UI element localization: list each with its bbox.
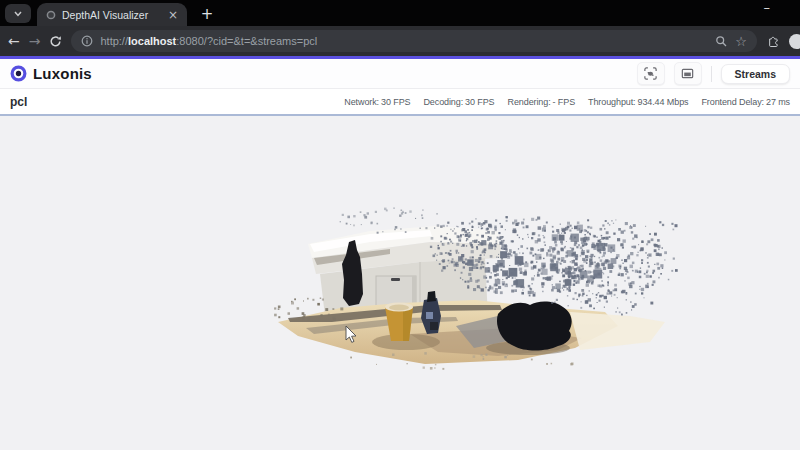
tab-title: DepthAI Visualizer bbox=[62, 9, 162, 21]
back-icon[interactable]: ← bbox=[8, 34, 20, 48]
pointcloud-viewport[interactable] bbox=[0, 116, 800, 450]
stream-stats-bar: pcl Network:30 FPS Decoding:30 FPS Rende… bbox=[0, 89, 800, 114]
tab-strip: DepthAI Visualizer × + – bbox=[0, 0, 800, 26]
focus-view-button[interactable] bbox=[637, 62, 665, 85]
toy-highlight bbox=[426, 312, 433, 319]
cabinet-handle bbox=[391, 278, 400, 281]
app-header: Luxonis bbox=[0, 59, 800, 89]
address-bar[interactable]: http://localhost:8080/?cid=&t=&streams=p… bbox=[71, 30, 757, 52]
focus-scan-icon bbox=[643, 66, 658, 81]
stat-network: Network:30 FPS bbox=[344, 97, 410, 107]
tab-search-button[interactable] bbox=[5, 4, 31, 23]
floor-pale-right bbox=[570, 312, 665, 350]
stat-decoding: Decoding:30 FPS bbox=[423, 97, 494, 107]
stream-name: pcl bbox=[10, 95, 27, 109]
toy-head bbox=[427, 291, 436, 302]
reload-icon[interactable] bbox=[49, 35, 62, 48]
tab-favicon bbox=[46, 10, 56, 20]
pointcloud-scene[interactable] bbox=[270, 200, 690, 375]
forward-icon[interactable]: → bbox=[29, 34, 41, 48]
stat-frontend-delay: Frontend Delay:27 ms bbox=[701, 97, 790, 107]
stat-throughput: Throughput:934.44 Mbps bbox=[588, 97, 688, 107]
url-scheme: http:// bbox=[100, 35, 128, 47]
stat-rendering: Rendering:- FPS bbox=[508, 97, 576, 107]
browser-toolbar: ← → http://localhost:8080/?cid=&t=&strea… bbox=[0, 26, 800, 56]
luxonis-logo-icon bbox=[10, 65, 27, 82]
header-divider bbox=[711, 66, 712, 82]
site-info-icon[interactable] bbox=[81, 35, 93, 47]
bookmark-star-icon[interactable]: ☆ bbox=[735, 35, 747, 48]
page-content: Luxonis bbox=[0, 56, 800, 450]
browser-window: DepthAI Visualizer × + – ← → http://loca… bbox=[0, 0, 800, 450]
streams-button[interactable]: Streams bbox=[721, 64, 790, 84]
url-text: http://localhost:8080/?cid=&t=&streams=p… bbox=[100, 35, 708, 47]
browser-tab[interactable]: DepthAI Visualizer × bbox=[37, 3, 187, 26]
window-minimize-button[interactable]: – bbox=[764, 0, 771, 15]
header-actions: Streams bbox=[637, 62, 790, 85]
stats-list: Network:30 FPS Decoding:30 FPS Rendering… bbox=[344, 97, 790, 107]
url-host: localhost bbox=[128, 35, 176, 47]
url-path: :8080/?cid=&t=&streams=pcl bbox=[176, 35, 317, 47]
panel-bottom-icon bbox=[680, 66, 695, 81]
toy-base bbox=[430, 322, 438, 330]
chevron-down-icon bbox=[13, 10, 23, 18]
extensions-icon[interactable] bbox=[766, 34, 780, 49]
new-tab-button[interactable]: + bbox=[196, 3, 218, 25]
tab-close-icon[interactable]: × bbox=[168, 9, 178, 21]
profile-avatar[interactable] bbox=[789, 34, 800, 49]
brand-name: Luxonis bbox=[33, 65, 92, 82]
bucket-interior bbox=[389, 305, 409, 311]
zoom-page-icon[interactable] bbox=[715, 35, 728, 48]
panel-layout-button[interactable] bbox=[674, 62, 702, 85]
